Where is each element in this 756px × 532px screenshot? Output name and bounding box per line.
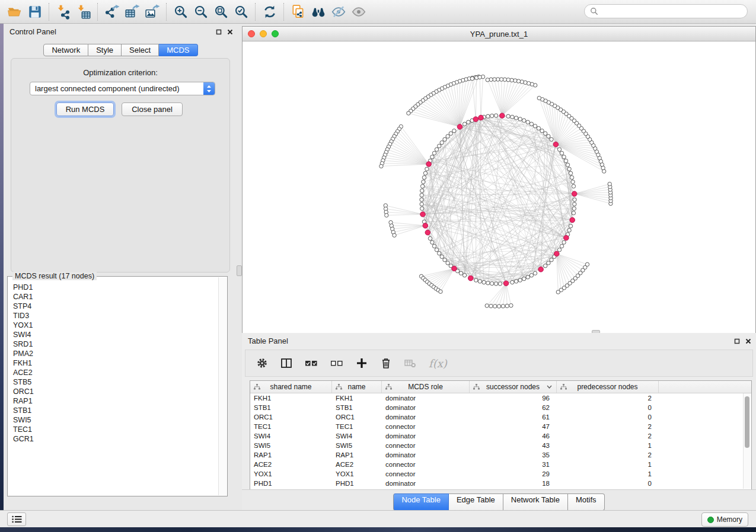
vertical-splitter-handle[interactable]	[237, 265, 242, 276]
close-panel-icon[interactable]	[745, 338, 751, 344]
mcds-result-list[interactable]: PHD1CAR1STP4TID3YOX1SWI4SRD1PMA2FKH1ACE2…	[8, 283, 219, 495]
mcds-node-item[interactable]: CAR1	[13, 292, 219, 302]
control-panel-title-text: Control Panel	[9, 27, 56, 36]
minimize-window-icon[interactable]	[260, 30, 267, 37]
mcds-node-item[interactable]: STB5	[13, 377, 219, 387]
network-canvas[interactable]	[243, 41, 755, 333]
table-scrollbar-thumb[interactable]	[745, 396, 749, 448]
column-header-successor-nodes[interactable]: successor nodes	[470, 381, 557, 393]
column-header-predecessor-nodes[interactable]: predecessor nodes	[557, 381, 659, 393]
import-table-button[interactable]	[74, 2, 94, 21]
mcds-node-item[interactable]: RAP1	[13, 396, 219, 406]
close-panel-button[interactable]: Close panel	[122, 102, 183, 116]
select-all-button[interactable]	[305, 357, 318, 369]
column-header-name[interactable]: name	[332, 381, 382, 393]
tab-select[interactable]: Select	[122, 44, 159, 56]
table-cell: 29	[470, 470, 557, 477]
column-header-MCDS-role[interactable]: MCDS role	[382, 381, 470, 393]
toolbar-separator	[166, 3, 167, 21]
run-mcds-button[interactable]: Run MCDS	[56, 102, 114, 116]
mcds-node-item[interactable]: ACE2	[13, 368, 219, 377]
mcds-node-item[interactable]: FKH1	[13, 358, 219, 368]
zoom-out-icon	[193, 4, 209, 20]
export-network-icon	[104, 4, 120, 20]
table-row[interactable]: PHD1PHD1dominator180	[250, 479, 751, 488]
save-session-button[interactable]	[25, 2, 45, 21]
maximize-window-icon[interactable]	[272, 30, 279, 37]
table-row[interactable]: YOX1YOX1connector291	[250, 469, 751, 479]
mcds-node-item[interactable]: TID3	[13, 311, 219, 321]
clear-table-button[interactable]	[404, 357, 416, 369]
network-window-titlebar[interactable]: YPA_prune.txt_1	[243, 27, 755, 41]
export-table-button[interactable]	[122, 2, 142, 21]
table-row[interactable]: SWI4SWI4dominator462	[250, 431, 751, 441]
export-image-button[interactable]	[142, 2, 162, 21]
task-history-button[interactable]	[7, 512, 26, 526]
export-table-icon	[125, 4, 140, 20]
hide-selected-button[interactable]	[328, 2, 349, 21]
optimization-criterion-label: Optimization criterion:	[11, 68, 229, 77]
export-network-button[interactable]	[102, 2, 122, 21]
zoom-fit-button[interactable]	[211, 2, 231, 21]
tab-style[interactable]: Style	[88, 44, 122, 56]
open-file-button[interactable]	[5, 2, 25, 21]
zoom-out-button[interactable]	[191, 2, 211, 21]
mcds-node-item[interactable]: SRD1	[13, 339, 219, 349]
table-row[interactable]: ACE2ACE2connector311	[250, 460, 751, 469]
function-builder-button[interactable]: f(x)	[429, 357, 447, 370]
mcds-node-item[interactable]: PHD1	[13, 283, 219, 292]
tab-node-table[interactable]: Node Table	[393, 493, 449, 511]
status-bar: Memory	[0, 510, 756, 527]
show-columns-button[interactable]	[280, 357, 292, 369]
table-cell: 47	[470, 423, 557, 430]
mcds-node-item[interactable]: PMA2	[13, 349, 219, 358]
table-scrollbar[interactable]	[743, 393, 751, 489]
tab-motifs[interactable]: Motifs	[568, 493, 605, 511]
deselect-all-button[interactable]	[330, 357, 343, 369]
search-network-button[interactable]	[308, 2, 328, 21]
mcds-node-item[interactable]: STB1	[13, 406, 219, 415]
mcds-node-item[interactable]: SWI5	[13, 415, 219, 425]
main-toolbar	[0, 0, 756, 24]
table-row[interactable]: ORC1ORC1dominator610	[250, 412, 751, 422]
table-row[interactable]: RAP1RAP1dominator352	[250, 450, 751, 460]
table-row[interactable]: STB1STB1dominator620	[250, 403, 751, 412]
mcds-node-item[interactable]: TEC1	[13, 425, 219, 434]
zoom-in-button[interactable]	[171, 2, 191, 21]
mcds-node-item[interactable]: STP4	[13, 302, 219, 311]
delete-row-button[interactable]	[380, 357, 392, 369]
tab-network[interactable]: Network	[43, 44, 88, 56]
optimization-criterion-select[interactable]: largest connected component (undirected)	[30, 82, 215, 95]
tab-network-table[interactable]: Network Table	[503, 493, 568, 511]
add-row-button[interactable]	[356, 357, 368, 369]
memory-status-icon	[707, 517, 714, 523]
table-panel-title-text: Table Panel	[248, 336, 288, 345]
column-header-shared-name[interactable]: shared name	[250, 381, 332, 393]
network-search-field[interactable]	[584, 4, 748, 18]
tab-mcds[interactable]: MCDS	[159, 44, 197, 56]
float-panel-icon[interactable]	[216, 29, 222, 35]
zoom-selected-button[interactable]	[231, 2, 251, 21]
copy-network-button[interactable]	[288, 2, 308, 21]
tab-edge-table[interactable]: Edge Table	[449, 493, 503, 511]
table-row[interactable]: TEC1TEC1connector472	[250, 422, 751, 431]
network-graph[interactable]	[243, 41, 755, 333]
mcds-node-item[interactable]: YOX1	[13, 321, 219, 330]
refresh-icon	[262, 4, 277, 20]
show-all-button[interactable]	[349, 2, 369, 21]
close-panel-icon[interactable]	[227, 29, 233, 35]
table-settings-button[interactable]	[256, 357, 268, 369]
refresh-layout-button[interactable]	[260, 2, 280, 21]
memory-button[interactable]: Memory	[701, 512, 748, 527]
table-cell: 2	[557, 423, 659, 430]
mcds-node-item[interactable]: ORC1	[13, 387, 219, 396]
float-panel-icon[interactable]	[734, 338, 740, 344]
table-row[interactable]: SWI5SWI5connector431	[250, 441, 751, 450]
import-network-button[interactable]	[53, 2, 74, 21]
mcds-node-item[interactable]: SWI4	[13, 330, 219, 339]
search-input[interactable]	[601, 7, 747, 16]
mcds-list-scrollbar[interactable]	[218, 277, 227, 495]
mcds-node-item[interactable]: GCR1	[13, 434, 219, 444]
close-window-icon[interactable]	[248, 30, 255, 37]
table-row[interactable]: FKH1FKH1dominator962	[250, 393, 751, 403]
